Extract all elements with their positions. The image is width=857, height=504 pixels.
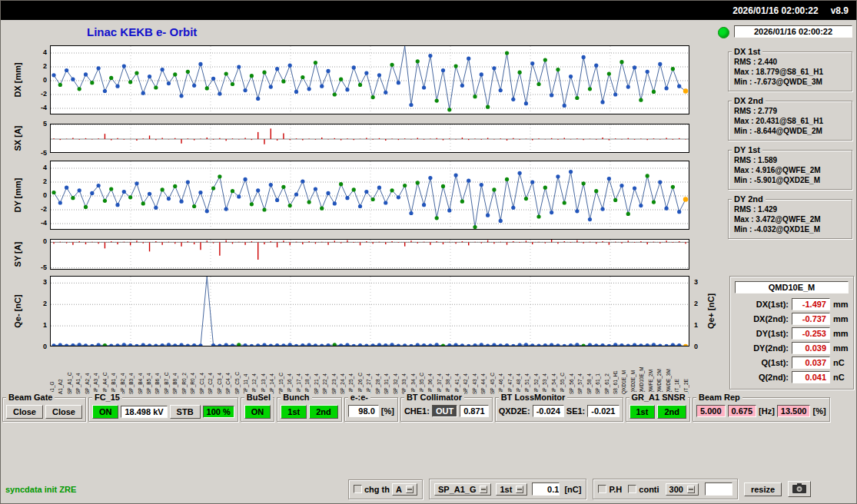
ph-checkbox[interactable]: P.H	[598, 485, 622, 494]
x-tick-label: SP_13_4	[261, 348, 267, 394]
fc15-on-button[interactable]: ON	[92, 405, 119, 419]
x-tick-label: SP_57_4	[578, 348, 583, 394]
tick-label: -4	[41, 219, 47, 227]
sx-plot[interactable]	[50, 124, 689, 153]
dy-chart-row: DY [mm] 420-2-4	[1, 161, 716, 230]
dx-2nd-title: DX 2nd	[732, 95, 766, 106]
x-tick-label: A1_G	[50, 348, 55, 394]
x-axis-labels: A1_GA1_A2SP_A1_CSP_A1_4SP_A2_4SP_A3_4SP_…	[50, 348, 689, 394]
bunch-select[interactable]: 1st	[496, 483, 527, 496]
rms-value: RMS : 1.589	[734, 156, 852, 164]
x-tick-label: SP_16_4	[287, 348, 293, 394]
x-tick-label: SP_27_4	[367, 348, 372, 394]
tick-label: 1	[694, 321, 698, 329]
checkbox-icon[interactable]	[628, 485, 636, 493]
sy-plot[interactable]	[50, 239, 689, 270]
rms-value: RMS : 1.429	[734, 205, 852, 214]
min-value: Min : -4.032@QXD1E_M	[734, 225, 852, 234]
conti-checkbox[interactable]: conti	[628, 485, 659, 494]
se1-label: SE1:	[566, 406, 585, 416]
x-tick-label: SP_C4_4	[226, 348, 231, 394]
qe-y-ticks: 3210	[30, 276, 48, 346]
resize-button[interactable]: resize	[744, 482, 782, 496]
dropdown-handle-icon	[406, 486, 414, 493]
x-tick-label: SP_C3_4	[218, 348, 223, 394]
selected-monitor-panel: QMD10E_M DX(1st): -1.497 mm DX(2nd): -0.…	[729, 276, 854, 390]
qe-plot[interactable]	[50, 276, 689, 346]
gr-snsr-2nd-button[interactable]: 2nd	[657, 405, 686, 419]
dy-y-ticks: 420-2-4	[30, 161, 48, 230]
dx-1st-stats: DX 1st RMS : 2.440 Max : 18.779@S8_61_H1…	[728, 51, 852, 91]
fc15-percent-display: 100 %	[203, 406, 234, 418]
x-tick-label: SP_43_4	[473, 348, 478, 394]
x-tick-label: SP_B8_4	[173, 348, 178, 394]
bt-collimator-title: BT Collimator	[404, 392, 464, 403]
fc15-group: FC_15 ON 18.498 kV STB 100 %	[88, 397, 238, 422]
monitor-row: DY(2nd): 0.039 mm	[735, 342, 849, 354]
x-tick-label: SP_R0_4	[191, 348, 196, 394]
chg-th-checkbox[interactable]: chg th	[354, 485, 390, 494]
sector-select[interactable]: A	[392, 483, 417, 496]
x-tick-label: SP_23_4	[332, 348, 337, 394]
dx-plot[interactable]	[50, 45, 689, 114]
ee-ratio-title: e-:e-	[348, 392, 370, 403]
beam-gate-close-2-button[interactable]: Close	[45, 405, 82, 419]
checkbox-icon[interactable]	[598, 485, 606, 493]
page-title: Linac KEKB e- Orbit	[87, 25, 197, 38]
beam-gate-close-1-button[interactable]: Close	[6, 405, 43, 419]
q2-value: 0.041	[792, 371, 830, 383]
aux-input[interactable]	[705, 482, 732, 496]
bpm-select[interactable]: SP_A1_G	[434, 483, 492, 496]
monitor-row: DX(1st): -1.497 mm	[735, 298, 849, 310]
monitor-name-display[interactable]: QMD10E_M	[735, 281, 849, 293]
max-value: Max : 3.472@QWFE_2M	[734, 215, 852, 224]
camera-icon	[792, 482, 807, 494]
dy-1st-title: DY 1st	[732, 144, 762, 155]
x-tick-label: SP_C1_4	[200, 348, 205, 394]
dy-2nd-title: DY 2nd	[732, 194, 766, 204]
beam-rep-title: Beam Rep	[696, 392, 742, 403]
tick-label: 3	[694, 278, 698, 286]
gr-snsr-group: GR_A1 SNSR 1st 2nd	[626, 397, 690, 422]
dy-1st-stats: DY 1st RMS : 1.589 Max : 4.916@QWFE_2M M…	[728, 150, 852, 190]
q1-value: 0.037	[792, 356, 830, 369]
bunch-2nd-button[interactable]: 2nd	[309, 405, 338, 419]
tick-label: -4	[41, 104, 47, 111]
bt-lossmonitor-title: BT LossMonitor	[499, 392, 568, 403]
tick-label: 4	[43, 48, 47, 56]
titlebar-version: v8.9	[831, 5, 849, 16]
interval-select[interactable]: 300	[666, 483, 699, 496]
x-tick-label: SP_33_4	[402, 348, 407, 394]
che1-state-display[interactable]: OUT	[432, 405, 457, 417]
x-tick-label: SP_B4_4	[138, 348, 144, 394]
busel-on-button[interactable]: ON	[244, 405, 271, 419]
dy-plot[interactable]	[50, 161, 689, 230]
bunch-1st-button[interactable]: 1st	[281, 405, 307, 419]
tick-label: 0	[43, 191, 47, 199]
checkbox-icon[interactable]	[354, 485, 362, 493]
gr-snsr-title: GR_A1 SNSR	[629, 392, 688, 403]
min-value: Min : -7.673@QWDE_3M	[734, 78, 852, 86]
x-tick-label: SP_41_4	[455, 348, 460, 394]
qe-y-ticks-right: 3210	[693, 276, 703, 346]
dropdown-handle-icon	[687, 486, 695, 493]
threshold-input[interactable]	[532, 482, 560, 496]
tick-label: 2	[43, 62, 47, 70]
nc-unit-label: [nC]	[564, 485, 581, 494]
x-tick-label: SP_31_4	[384, 348, 390, 394]
x-tick-label: QMD10E_M	[639, 348, 645, 394]
screenshot-button[interactable]	[788, 481, 811, 497]
x-tick-label: A1_A2	[58, 348, 64, 394]
x-tick-label: SP_B2_4	[121, 348, 126, 394]
linac-orbit-app: { "titlebar": { "datetime": "2026/01/16 …	[0, 0, 857, 504]
x-tick-label: SP_C2_4	[208, 348, 214, 394]
fc15-stb-button[interactable]: STB	[170, 405, 201, 419]
gr-snsr-1st-button[interactable]: 1st	[629, 405, 656, 419]
tick-label: 0	[43, 237, 47, 245]
bunch-select-group: Bunch 1st 2nd	[277, 397, 341, 422]
dx1-value: -1.497	[792, 298, 830, 310]
ee-ratio-group: e-:e- 98.0 [%]	[344, 397, 398, 422]
rep-percent-display: 13.500	[777, 405, 811, 417]
x-tick-label: SP_42_4	[463, 348, 469, 394]
dx2-value: -0.737	[792, 313, 830, 325]
